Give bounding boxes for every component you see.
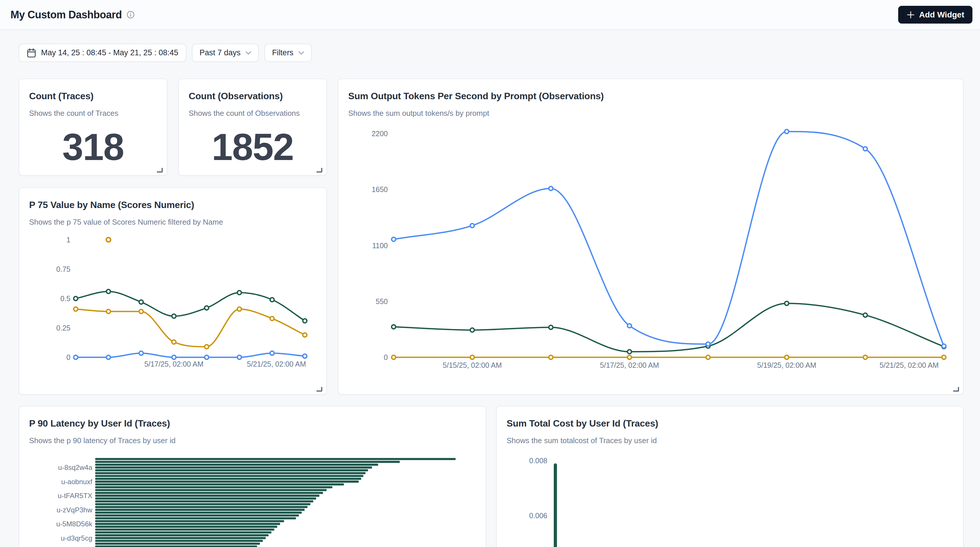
resize-handle[interactable] <box>953 387 959 392</box>
widget-title: Sum Total Cost by User Id (Traces) <box>507 418 953 429</box>
svg-text:u-8sq2w4a: u-8sq2w4a <box>58 463 92 471</box>
svg-text:u-aobnuxf: u-aobnuxf <box>61 478 92 485</box>
svg-text:u-tFAR5TX: u-tFAR5TX <box>58 492 92 499</box>
widget-subtitle: Shows the sum output tokens/s by prompt <box>348 109 953 118</box>
widget-p90-chart: P 90 Latency by User Id (Traces) Shows t… <box>19 406 486 547</box>
svg-text:0.25: 0.25 <box>56 324 70 332</box>
svg-text:u-zVqP3hw: u-zVqP3hw <box>56 506 92 514</box>
add-widget-button[interactable]: Add Widget <box>898 6 972 24</box>
cost-bar-chart: 0.0080.006 <box>507 449 954 547</box>
resize-handle[interactable] <box>317 168 322 173</box>
widget-title: Count (Traces) <box>29 91 157 101</box>
svg-text:1: 1 <box>66 236 70 244</box>
svg-text:0.006: 0.006 <box>529 512 547 520</box>
plus-icon <box>906 11 915 19</box>
add-widget-label: Add Widget <box>919 10 964 19</box>
widget-subtitle: Shows the count of Observations <box>189 109 317 118</box>
metric-value: 318 <box>19 125 167 169</box>
p75-line-chart: 00.250.50.7515/17/25, 02:00 AM5/21/25, 0… <box>30 233 318 373</box>
widget-title: Count (Observations) <box>189 91 317 101</box>
widget-title: P 90 Latency by User Id (Traces) <box>29 418 476 429</box>
p90-bar-chart: u-8sq2w4au-aobnuxfu-tFAR5TXu-zVqP3hwu-5M… <box>30 455 476 547</box>
metric-value: 1852 <box>179 125 326 169</box>
toolbar: May 14, 25 : 08:45 - May 21, 25 : 08:45 … <box>19 44 312 62</box>
svg-text:0.5: 0.5 <box>60 295 70 303</box>
svg-text:0.75: 0.75 <box>56 265 70 273</box>
info-icon[interactable] <box>127 11 135 19</box>
header-bar: My Custom Dashboard Add Widget <box>0 0 980 30</box>
svg-text:0: 0 <box>66 353 70 361</box>
svg-text:1650: 1650 <box>372 186 388 193</box>
filters-label: Filters <box>272 48 293 57</box>
widget-cost-chart: Sum Total Cost by User Id (Traces) Shows… <box>496 406 964 547</box>
tokens-line-chart: 05501100165022005/15/25, 02:00 AM5/17/25… <box>349 126 954 373</box>
svg-text:5/21/25, 02:00 AM: 5/21/25, 02:00 AM <box>247 360 306 368</box>
svg-text:u-5M8D56k: u-5M8D56k <box>56 520 92 528</box>
widget-title: Sum Output Tokens Per Second by Prompt (… <box>348 91 953 101</box>
svg-text:0: 0 <box>384 353 388 361</box>
time-preset-label: Past 7 days <box>199 48 240 57</box>
widget-subtitle: Shows the count of Traces <box>29 109 157 118</box>
svg-text:1100: 1100 <box>372 241 388 250</box>
resize-handle[interactable] <box>317 387 322 392</box>
svg-text:5/21/25, 02:00 AM: 5/21/25, 02:00 AM <box>880 361 939 369</box>
date-range-button[interactable]: May 14, 25 : 08:45 - May 21, 25 : 08:45 <box>19 44 186 62</box>
date-range-label: May 14, 25 : 08:45 - May 21, 25 : 08:45 <box>41 48 178 57</box>
svg-text:0.008: 0.008 <box>529 457 547 465</box>
resize-handle[interactable] <box>157 168 163 173</box>
widget-count-observations: Count (Observations) Shows the count of … <box>178 79 327 176</box>
svg-text:5/19/25, 02:00 AM: 5/19/25, 02:00 AM <box>757 361 816 369</box>
widget-count-traces: Count (Traces) Shows the count of Traces… <box>19 79 167 176</box>
svg-text:2200: 2200 <box>372 130 388 138</box>
widget-subtitle: Shows the p 90 latency of Traces by user… <box>29 436 476 445</box>
svg-text:u-d3qr5cg: u-d3qr5cg <box>61 534 92 542</box>
filters-button[interactable]: Filters <box>264 44 312 62</box>
svg-text:u-8fVa9T3: u-8fVa9T3 <box>60 545 92 547</box>
svg-text:5/17/25, 02:00 AM: 5/17/25, 02:00 AM <box>145 360 204 368</box>
svg-text:5/17/25, 02:00 AM: 5/17/25, 02:00 AM <box>600 361 659 369</box>
calendar-icon <box>27 48 36 58</box>
widget-tokens-chart: Sum Output Tokens Per Second by Prompt (… <box>338 79 964 395</box>
chevron-down-icon <box>298 51 304 55</box>
chevron-down-icon <box>245 51 251 55</box>
page-title: My Custom Dashboard <box>11 9 122 21</box>
svg-text:550: 550 <box>375 297 388 306</box>
time-preset-button[interactable]: Past 7 days <box>192 44 259 62</box>
widget-subtitle: Shows the p 75 value of Scores Numeric f… <box>29 218 317 227</box>
widget-p75-chart: P 75 Value by Name (Scores Numeric) Show… <box>19 187 327 395</box>
widget-title: P 75 Value by Name (Scores Numeric) <box>29 200 317 210</box>
svg-text:5/15/25, 02:00 AM: 5/15/25, 02:00 AM <box>443 361 502 369</box>
widget-subtitle: Shows the sum totalcost of Traces by use… <box>507 436 953 445</box>
